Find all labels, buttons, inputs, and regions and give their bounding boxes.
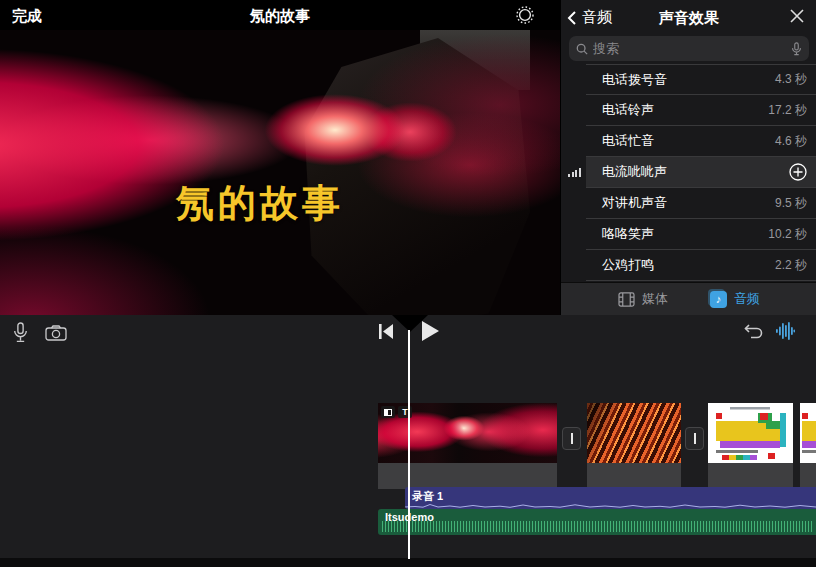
filmstrip-icon — [618, 292, 635, 307]
add-sound-icon[interactable] — [789, 163, 807, 181]
settings-gear-icon[interactable] — [516, 6, 534, 24]
skip-to-start-icon[interactable] — [379, 324, 393, 339]
playhead[interactable] — [408, 330, 410, 559]
tab-audio-label: 音频 — [734, 290, 760, 308]
sound-row[interactable]: 对讲机声音 9.5 秒 — [586, 188, 816, 219]
sound-row[interactable]: 电话铃声 17.2 秒 — [586, 95, 816, 126]
sound-name: 电话铃声 — [602, 101, 768, 119]
sound-row[interactable]: 电话忙音 4.6 秒 — [586, 126, 816, 157]
sound-effects-panel: 音频 声音效果 电话拨号音 4.3 秒 电话铃声 17.2 秒 — [560, 0, 816, 315]
track-label: 录音 1 — [412, 489, 443, 504]
search-input[interactable] — [593, 41, 786, 56]
project-title: 氖的故事 — [0, 7, 560, 26]
video-clip-neon-tubes[interactable] — [587, 403, 681, 463]
sound-name: 电话忙音 — [602, 132, 775, 150]
clip-thumbnail — [708, 403, 793, 463]
tab-media-label: 媒体 — [642, 290, 668, 308]
sound-row[interactable]: 公鸡打鸣 2.2 秒 — [586, 250, 816, 281]
transition-button[interactable] — [685, 427, 704, 450]
top-bar: 完成 氖的故事 — [0, 0, 560, 30]
now-playing-icon — [568, 167, 581, 177]
imovie-app: 氖的故事 完成 氖的故事 音频 声音效果 — [0, 0, 816, 567]
sound-duration: 10.2 秒 — [768, 226, 807, 243]
record-camera-icon[interactable] — [45, 325, 67, 341]
sound-row[interactable]: 电话拨号音 4.3 秒 — [586, 64, 816, 95]
music-note-icon: ♪ — [710, 291, 727, 308]
waveform-line — [405, 500, 816, 509]
clip-audio-strip — [378, 463, 557, 489]
sound-name: 咯咯笑声 — [602, 225, 768, 243]
transition-button[interactable] — [562, 427, 581, 450]
dictation-mic-icon[interactable] — [791, 42, 802, 56]
sound-name: 电流呲呲声 — [602, 163, 789, 181]
sound-name: 电话拨号音 — [602, 71, 775, 89]
video-clip-partial[interactable] — [800, 403, 816, 463]
search-icon — [576, 43, 588, 55]
clip-audio-strip — [587, 463, 681, 489]
sound-duration: 4.6 秒 — [775, 133, 807, 150]
waveform-bars — [382, 521, 812, 532]
audio-track-music[interactable]: Itsudemo — [378, 509, 816, 535]
tab-audio[interactable]: ♪ 音频 — [710, 290, 760, 308]
bottom-edge — [0, 558, 816, 567]
video-clip-periodic-table[interactable] — [708, 403, 793, 463]
play-button-icon[interactable] — [421, 321, 439, 341]
clip-audio-strip — [800, 463, 816, 489]
sound-name: 对讲机声音 — [602, 194, 775, 212]
sound-row-selected[interactable]: 电流呲呲声 — [586, 157, 816, 188]
clip-audio-strip — [708, 463, 793, 489]
sound-effects-list: 电话拨号音 4.3 秒 电话铃声 17.2 秒 电话忙音 4.6 秒 电流呲呲声 — [561, 64, 816, 282]
clip-thumbnail — [800, 403, 816, 463]
panel-tab-bar: 媒体 ♪ 音频 — [561, 282, 816, 315]
sound-duration: 9.5 秒 — [775, 195, 807, 212]
sound-duration: 4.3 秒 — [775, 71, 807, 88]
tab-media[interactable]: 媒体 — [618, 290, 668, 308]
audio-waveform-toggle-icon[interactable] — [776, 322, 795, 340]
video-clip-laser[interactable]: T — [378, 403, 557, 463]
panel-title: 声音效果 — [561, 9, 816, 28]
sound-duration: 2.2 秒 — [775, 257, 807, 274]
audio-badge-icon — [381, 406, 395, 418]
close-icon[interactable] — [789, 8, 805, 24]
sound-duration: 17.2 秒 — [768, 102, 807, 119]
sound-row[interactable]: 咯咯笑声 10.2 秒 — [586, 219, 816, 250]
record-voiceover-mic-icon[interactable] — [13, 322, 28, 343]
sound-name: 公鸡打鸣 — [602, 256, 775, 274]
laser-beams — [0, 30, 560, 315]
panel-header: 音频 声音效果 — [561, 0, 816, 34]
video-title-overlay: 氖的故事 — [176, 178, 344, 229]
search-bar[interactable] — [569, 36, 809, 61]
clip-thumbnail — [587, 403, 681, 463]
video-preview: 氖的故事 — [0, 30, 560, 315]
undo-icon[interactable] — [744, 323, 763, 339]
audio-track-recording[interactable]: 录音 1 — [405, 487, 816, 509]
